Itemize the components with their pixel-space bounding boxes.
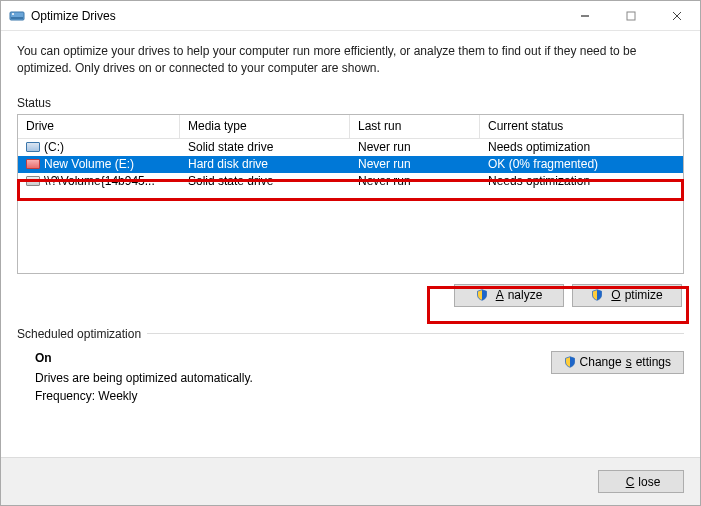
change-label-u: s (626, 355, 632, 369)
shield-icon (564, 356, 576, 368)
analyze-button[interactable]: Analyze (454, 284, 564, 307)
window-title: Optimize Drives (31, 9, 116, 23)
status-label: Status (17, 96, 684, 110)
table-row[interactable]: (C:) Solid state drive Never run Needs o… (18, 139, 683, 156)
schedule-freq: Frequency: Weekly (35, 389, 253, 403)
header-media[interactable]: Media type (180, 115, 350, 138)
svg-rect-4 (627, 12, 635, 20)
change-settings-button[interactable]: Change settings (551, 351, 684, 374)
hdd-icon (26, 159, 40, 169)
cell-media: Hard disk drive (180, 157, 350, 171)
analyze-label-post: nalyze (508, 288, 543, 302)
close-label-u: C (626, 475, 635, 489)
header-status[interactable]: Current status (480, 115, 683, 138)
minimize-button[interactable] (562, 1, 608, 31)
table-row[interactable]: \\?\Volume{14b945... Solid state drive N… (18, 173, 683, 190)
table-body: (C:) Solid state drive Never run Needs o… (18, 139, 683, 190)
action-buttons: Analyze Optimize (17, 274, 684, 317)
cell-status: Needs optimization (480, 174, 683, 188)
schedule-on: On (35, 351, 253, 365)
drives-table: Drive Media type Last run Current status… (17, 114, 684, 274)
cell-status: Needs optimization (480, 140, 683, 154)
shield-icon (591, 289, 603, 301)
header-last[interactable]: Last run (350, 115, 480, 138)
close-window-button[interactable] (654, 1, 700, 31)
table-row[interactable]: New Volume (E:) Hard disk drive Never ru… (18, 156, 683, 173)
ssd-icon (26, 142, 40, 152)
titlebar: Optimize Drives (1, 1, 700, 31)
svg-rect-1 (11, 17, 23, 19)
cell-last: Never run (350, 157, 480, 171)
content-area: You can optimize your drives to help you… (1, 31, 700, 415)
cell-last: Never run (350, 174, 480, 188)
table-header: Drive Media type Last run Current status (18, 115, 683, 139)
cell-last: Never run (350, 140, 480, 154)
cell-status: OK (0% fragmented) (480, 157, 683, 171)
app-icon (9, 8, 25, 24)
optimize-button[interactable]: Optimize (572, 284, 682, 307)
close-label-post: lose (638, 475, 660, 489)
schedule-info: On Drives are being optimized automatica… (17, 351, 253, 407)
optimize-drives-window: Optimize Drives You can optimize your dr… (0, 0, 701, 506)
window-controls (562, 1, 700, 31)
analyze-label-u: A (496, 288, 504, 302)
cell-drive: (C:) (44, 140, 64, 154)
optimize-label-post: ptimize (625, 288, 663, 302)
cell-media: Solid state drive (180, 174, 350, 188)
change-label-post: ettings (636, 355, 671, 369)
header-drive[interactable]: Drive (18, 115, 180, 138)
optimize-label-u: O (611, 288, 620, 302)
shield-icon (476, 289, 488, 301)
description-text: You can optimize your drives to help you… (17, 43, 684, 78)
close-button[interactable]: Close (598, 470, 684, 493)
volume-icon (26, 176, 40, 186)
maximize-button[interactable] (608, 1, 654, 31)
cell-media: Solid state drive (180, 140, 350, 154)
dialog-footer: Close (1, 457, 700, 505)
cell-drive: New Volume (E:) (44, 157, 134, 171)
svg-point-2 (12, 13, 14, 15)
scheduled-optimization-section: Scheduled optimization On Drives are bei… (17, 317, 684, 415)
change-label-pre: Change (580, 355, 622, 369)
schedule-auto: Drives are being optimized automatically… (35, 371, 253, 385)
cell-drive: \\?\Volume{14b945... (44, 174, 155, 188)
scheduled-label: Scheduled optimization (17, 327, 141, 341)
